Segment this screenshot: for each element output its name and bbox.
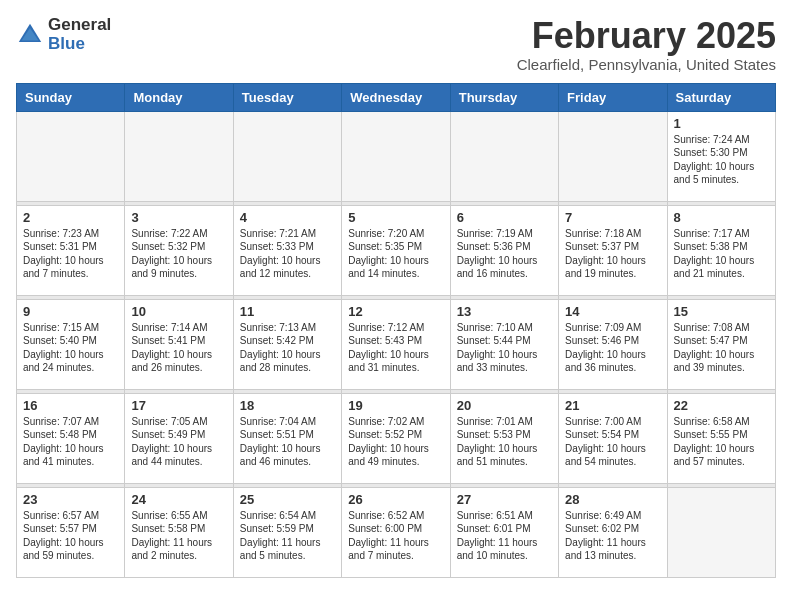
calendar-cell: 14Sunrise: 7:09 AM Sunset: 5:46 PM Dayli… xyxy=(559,299,667,389)
day-number: 21 xyxy=(565,398,660,413)
calendar-cell xyxy=(667,487,775,577)
calendar-cell: 23Sunrise: 6:57 AM Sunset: 5:57 PM Dayli… xyxy=(17,487,125,577)
day-number: 2 xyxy=(23,210,118,225)
day-info: Sunrise: 7:05 AM Sunset: 5:49 PM Dayligh… xyxy=(131,415,226,469)
weekday-header-wednesday: Wednesday xyxy=(342,83,450,111)
day-info: Sunrise: 7:09 AM Sunset: 5:46 PM Dayligh… xyxy=(565,321,660,375)
location-text: Clearfield, Pennsylvania, United States xyxy=(517,56,776,73)
day-info: Sunrise: 7:13 AM Sunset: 5:42 PM Dayligh… xyxy=(240,321,335,375)
day-number: 15 xyxy=(674,304,769,319)
day-info: Sunrise: 7:22 AM Sunset: 5:32 PM Dayligh… xyxy=(131,227,226,281)
calendar-cell: 1Sunrise: 7:24 AM Sunset: 5:30 PM Daylig… xyxy=(667,111,775,201)
day-info: Sunrise: 6:52 AM Sunset: 6:00 PM Dayligh… xyxy=(348,509,443,563)
calendar-cell xyxy=(559,111,667,201)
calendar-cell xyxy=(17,111,125,201)
calendar-cell: 12Sunrise: 7:12 AM Sunset: 5:43 PM Dayli… xyxy=(342,299,450,389)
calendar-cell: 22Sunrise: 6:58 AM Sunset: 5:55 PM Dayli… xyxy=(667,393,775,483)
weekday-header-sunday: Sunday xyxy=(17,83,125,111)
calendar-week-row-5: 23Sunrise: 6:57 AM Sunset: 5:57 PM Dayli… xyxy=(17,487,776,577)
day-info: Sunrise: 7:04 AM Sunset: 5:51 PM Dayligh… xyxy=(240,415,335,469)
day-info: Sunrise: 7:02 AM Sunset: 5:52 PM Dayligh… xyxy=(348,415,443,469)
day-info: Sunrise: 6:49 AM Sunset: 6:02 PM Dayligh… xyxy=(565,509,660,563)
calendar-cell: 20Sunrise: 7:01 AM Sunset: 5:53 PM Dayli… xyxy=(450,393,558,483)
calendar-cell: 11Sunrise: 7:13 AM Sunset: 5:42 PM Dayli… xyxy=(233,299,341,389)
day-info: Sunrise: 7:15 AM Sunset: 5:40 PM Dayligh… xyxy=(23,321,118,375)
weekday-header-friday: Friday xyxy=(559,83,667,111)
day-number: 28 xyxy=(565,492,660,507)
day-info: Sunrise: 6:51 AM Sunset: 6:01 PM Dayligh… xyxy=(457,509,552,563)
logo-general-text: General xyxy=(48,16,111,35)
day-number: 11 xyxy=(240,304,335,319)
day-number: 8 xyxy=(674,210,769,225)
day-info: Sunrise: 6:54 AM Sunset: 5:59 PM Dayligh… xyxy=(240,509,335,563)
calendar-cell: 9Sunrise: 7:15 AM Sunset: 5:40 PM Daylig… xyxy=(17,299,125,389)
day-number: 6 xyxy=(457,210,552,225)
day-number: 12 xyxy=(348,304,443,319)
weekday-header-row: SundayMondayTuesdayWednesdayThursdayFrid… xyxy=(17,83,776,111)
day-info: Sunrise: 7:01 AM Sunset: 5:53 PM Dayligh… xyxy=(457,415,552,469)
logo-blue-text: Blue xyxy=(48,35,111,54)
day-info: Sunrise: 7:21 AM Sunset: 5:33 PM Dayligh… xyxy=(240,227,335,281)
day-info: Sunrise: 7:17 AM Sunset: 5:38 PM Dayligh… xyxy=(674,227,769,281)
calendar-cell: 28Sunrise: 6:49 AM Sunset: 6:02 PM Dayli… xyxy=(559,487,667,577)
day-info: Sunrise: 7:10 AM Sunset: 5:44 PM Dayligh… xyxy=(457,321,552,375)
day-number: 14 xyxy=(565,304,660,319)
calendar-cell: 13Sunrise: 7:10 AM Sunset: 5:44 PM Dayli… xyxy=(450,299,558,389)
calendar-cell: 16Sunrise: 7:07 AM Sunset: 5:48 PM Dayli… xyxy=(17,393,125,483)
day-number: 1 xyxy=(674,116,769,131)
calendar-cell: 8Sunrise: 7:17 AM Sunset: 5:38 PM Daylig… xyxy=(667,205,775,295)
calendar-cell xyxy=(233,111,341,201)
calendar-table: SundayMondayTuesdayWednesdayThursdayFrid… xyxy=(16,83,776,578)
calendar-week-row-3: 9Sunrise: 7:15 AM Sunset: 5:40 PM Daylig… xyxy=(17,299,776,389)
calendar-cell xyxy=(125,111,233,201)
day-info: Sunrise: 7:23 AM Sunset: 5:31 PM Dayligh… xyxy=(23,227,118,281)
calendar-cell: 10Sunrise: 7:14 AM Sunset: 5:41 PM Dayli… xyxy=(125,299,233,389)
calendar-cell: 25Sunrise: 6:54 AM Sunset: 5:59 PM Dayli… xyxy=(233,487,341,577)
day-info: Sunrise: 7:19 AM Sunset: 5:36 PM Dayligh… xyxy=(457,227,552,281)
day-number: 26 xyxy=(348,492,443,507)
page-header: General Blue February 2025 Clearfield, P… xyxy=(16,16,776,73)
day-number: 25 xyxy=(240,492,335,507)
day-number: 13 xyxy=(457,304,552,319)
calendar-week-row-4: 16Sunrise: 7:07 AM Sunset: 5:48 PM Dayli… xyxy=(17,393,776,483)
title-block: February 2025 Clearfield, Pennsylvania, … xyxy=(517,16,776,73)
day-number: 23 xyxy=(23,492,118,507)
calendar-cell: 15Sunrise: 7:08 AM Sunset: 5:47 PM Dayli… xyxy=(667,299,775,389)
logo-text: General Blue xyxy=(48,16,111,53)
weekday-header-monday: Monday xyxy=(125,83,233,111)
weekday-header-tuesday: Tuesday xyxy=(233,83,341,111)
day-info: Sunrise: 6:57 AM Sunset: 5:57 PM Dayligh… xyxy=(23,509,118,563)
calendar-cell: 26Sunrise: 6:52 AM Sunset: 6:00 PM Dayli… xyxy=(342,487,450,577)
calendar-cell: 21Sunrise: 7:00 AM Sunset: 5:54 PM Dayli… xyxy=(559,393,667,483)
day-info: Sunrise: 7:20 AM Sunset: 5:35 PM Dayligh… xyxy=(348,227,443,281)
day-number: 20 xyxy=(457,398,552,413)
day-number: 10 xyxy=(131,304,226,319)
day-info: Sunrise: 7:18 AM Sunset: 5:37 PM Dayligh… xyxy=(565,227,660,281)
day-number: 3 xyxy=(131,210,226,225)
calendar-cell xyxy=(342,111,450,201)
day-number: 16 xyxy=(23,398,118,413)
day-info: Sunrise: 6:55 AM Sunset: 5:58 PM Dayligh… xyxy=(131,509,226,563)
day-number: 18 xyxy=(240,398,335,413)
calendar-cell: 4Sunrise: 7:21 AM Sunset: 5:33 PM Daylig… xyxy=(233,205,341,295)
weekday-header-saturday: Saturday xyxy=(667,83,775,111)
day-number: 7 xyxy=(565,210,660,225)
day-info: Sunrise: 7:24 AM Sunset: 5:30 PM Dayligh… xyxy=(674,133,769,187)
calendar-cell: 27Sunrise: 6:51 AM Sunset: 6:01 PM Dayli… xyxy=(450,487,558,577)
day-info: Sunrise: 7:00 AM Sunset: 5:54 PM Dayligh… xyxy=(565,415,660,469)
logo: General Blue xyxy=(16,16,111,53)
day-info: Sunrise: 7:12 AM Sunset: 5:43 PM Dayligh… xyxy=(348,321,443,375)
calendar-cell: 3Sunrise: 7:22 AM Sunset: 5:32 PM Daylig… xyxy=(125,205,233,295)
day-number: 5 xyxy=(348,210,443,225)
calendar-week-row-2: 2Sunrise: 7:23 AM Sunset: 5:31 PM Daylig… xyxy=(17,205,776,295)
day-info: Sunrise: 7:07 AM Sunset: 5:48 PM Dayligh… xyxy=(23,415,118,469)
day-number: 17 xyxy=(131,398,226,413)
calendar-week-row-1: 1Sunrise: 7:24 AM Sunset: 5:30 PM Daylig… xyxy=(17,111,776,201)
day-number: 4 xyxy=(240,210,335,225)
calendar-cell: 18Sunrise: 7:04 AM Sunset: 5:51 PM Dayli… xyxy=(233,393,341,483)
calendar-cell: 19Sunrise: 7:02 AM Sunset: 5:52 PM Dayli… xyxy=(342,393,450,483)
calendar-cell: 17Sunrise: 7:05 AM Sunset: 5:49 PM Dayli… xyxy=(125,393,233,483)
calendar-cell: 7Sunrise: 7:18 AM Sunset: 5:37 PM Daylig… xyxy=(559,205,667,295)
calendar-cell: 2Sunrise: 7:23 AM Sunset: 5:31 PM Daylig… xyxy=(17,205,125,295)
day-info: Sunrise: 7:08 AM Sunset: 5:47 PM Dayligh… xyxy=(674,321,769,375)
